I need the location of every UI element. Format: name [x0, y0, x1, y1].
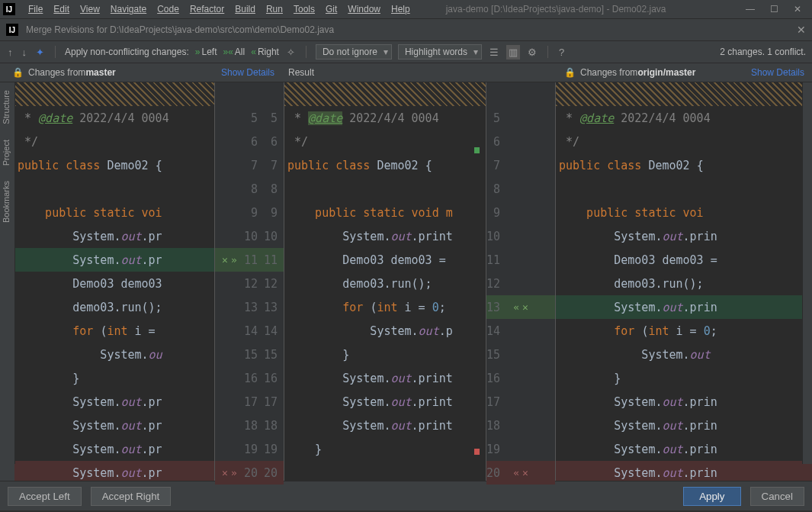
menu-file[interactable]: File — [23, 4, 48, 14]
code-line[interactable] — [284, 177, 486, 201]
code-line[interactable]: demo03.run(); — [284, 272, 486, 295]
code-line[interactable]: System.out.pr — [14, 224, 214, 248]
code-line[interactable]: for (int i = 0; — [556, 319, 812, 343]
code-line[interactable]: * @date 2022/4/4 0004 — [14, 106, 214, 130]
menu-navigate[interactable]: Navigate — [105, 4, 152, 14]
code-line[interactable]: } — [14, 366, 214, 390]
menu-build[interactable]: Build — [229, 4, 261, 14]
code-line[interactable]: System.ou — [14, 343, 214, 366]
sync-scroll-icon[interactable]: ▥ — [506, 45, 520, 60]
code-line[interactable]: */ — [284, 130, 486, 153]
menu-tools[interactable]: Tools — [288, 4, 320, 14]
code-line[interactable] — [284, 82, 486, 106]
code-line[interactable]: System.out.prin — [556, 414, 812, 437]
code-line[interactable]: System.out.p — [284, 319, 486, 343]
code-line[interactable]: * @date 2022/4/4 0004 — [284, 106, 486, 130]
code-line[interactable]: Demo03 demo03 — [14, 272, 214, 295]
apply-button[interactable]: Apply — [683, 487, 740, 506]
code-line[interactable]: public static voi — [14, 201, 214, 224]
code-line[interactable]: */ — [14, 130, 214, 153]
help-icon[interactable]: ? — [557, 47, 566, 58]
reject-icon[interactable]: ✕ — [222, 254, 228, 266]
accept-right-button[interactable]: Accept Right — [91, 487, 172, 506]
code-line[interactable]: System.out.pr — [14, 414, 214, 437]
marker-red-icon[interactable] — [474, 449, 480, 455]
code-line[interactable]: System.out.pr — [14, 248, 214, 272]
code-line[interactable]: for (int i = — [14, 319, 214, 343]
code-line[interactable] — [284, 461, 486, 481]
code-line[interactable]: System.out.pr — [14, 390, 214, 414]
code-line[interactable]: } — [284, 343, 486, 366]
center-pane[interactable]: * @date 2022/4/4 0004 */public class Dem… — [284, 82, 486, 481]
show-details-left-link[interactable]: Show Details — [221, 67, 274, 78]
code-line[interactable]: demo03.run(); — [556, 272, 812, 295]
right-pane[interactable]: * @date 2022/4/4 0004 */public class Dem… — [556, 82, 812, 481]
sidebar-project[interactable]: Project — [0, 132, 12, 173]
code-line[interactable]: */ — [556, 130, 812, 153]
settings-layout-icon[interactable]: ☰ — [488, 47, 500, 58]
code-line[interactable]: * @date 2022/4/4 0004 — [556, 106, 812, 130]
code-line[interactable]: Demo03 demo03 = — [284, 248, 486, 272]
menu-help[interactable]: Help — [386, 4, 416, 14]
menu-code[interactable]: Code — [152, 4, 185, 14]
gear-icon[interactable]: ⚙ — [526, 47, 538, 58]
code-line[interactable]: System.out.prin — [556, 295, 812, 319]
accept-icon[interactable]: » — [231, 467, 237, 478]
close-icon[interactable]: ✕ — [794, 4, 801, 14]
left-pane[interactable]: * @date 2022/4/4 0004 */public class Dem… — [14, 82, 214, 481]
accept-icon[interactable]: « — [513, 467, 519, 478]
code-line[interactable] — [556, 82, 812, 106]
magic-resolve-icon[interactable]: ✦ — [34, 47, 46, 58]
accept-icon[interactable]: » — [231, 254, 237, 266]
code-line[interactable]: } — [284, 437, 486, 461]
code-line[interactable] — [14, 177, 214, 201]
menu-view[interactable]: View — [75, 4, 105, 14]
code-line[interactable]: System.out.prin — [556, 224, 812, 248]
sidebar-structure[interactable]: Structure — [0, 82, 12, 132]
code-line[interactable] — [14, 82, 214, 106]
show-details-right-link[interactable]: Show Details — [751, 67, 804, 78]
highlight-mode-select[interactable]: Highlight words — [398, 44, 482, 60]
code-line[interactable]: System.out.prin — [556, 437, 812, 461]
code-line[interactable]: System.out — [556, 343, 812, 366]
sidebar-bookmarks[interactable]: Bookmarks — [0, 173, 12, 230]
code-line[interactable]: System.out.print — [284, 390, 486, 414]
minimize-icon[interactable]: ― — [746, 4, 755, 14]
reject-icon[interactable]: ✕ — [522, 301, 528, 313]
menu-edit[interactable]: Edit — [48, 4, 75, 14]
code-line[interactable]: System.out.prin — [556, 461, 812, 481]
code-line[interactable]: demo03.run(); — [14, 295, 214, 319]
code-line[interactable]: System.out.print — [284, 414, 486, 437]
menu-git[interactable]: Git — [320, 4, 342, 14]
code-line[interactable]: System.out.prin — [556, 390, 812, 414]
code-line[interactable]: public class Demo02 { — [284, 153, 486, 177]
code-line[interactable]: } — [556, 366, 812, 390]
menu-run[interactable]: Run — [261, 4, 288, 14]
cancel-button[interactable]: Cancel — [750, 487, 805, 506]
code-line[interactable]: System.out.print — [284, 224, 486, 248]
menu-refactor[interactable]: Refactor — [185, 4, 229, 14]
next-change-icon[interactable]: ↓ — [21, 47, 29, 58]
code-line[interactable]: System.out.pr — [14, 461, 214, 481]
code-line[interactable] — [556, 177, 812, 201]
prev-change-icon[interactable]: ↑ — [6, 47, 14, 58]
reject-icon[interactable]: ✕ — [222, 467, 228, 478]
code-line[interactable]: public static voi — [556, 201, 812, 224]
apply-left-button[interactable]: »Left — [195, 47, 217, 57]
apply-right-button[interactable]: «Right — [251, 47, 279, 57]
accept-icon[interactable]: « — [513, 301, 519, 313]
accept-left-button[interactable]: Accept Left — [8, 487, 82, 506]
ignore-mode-select[interactable]: Do not ignore — [316, 44, 392, 60]
wand-icon[interactable]: ✧ — [285, 47, 297, 58]
code-line[interactable]: System.out.pr — [14, 437, 214, 461]
marker-green-icon[interactable] — [474, 147, 480, 153]
reject-icon[interactable]: ✕ — [522, 467, 528, 478]
menu-window[interactable]: Window — [342, 4, 386, 14]
code-line[interactable]: public class Demo02 { — [556, 153, 812, 177]
code-line[interactable]: public static void m — [284, 201, 486, 224]
code-line[interactable]: Demo03 demo03 = — [556, 248, 812, 272]
code-line[interactable]: for (int i = 0; — [284, 295, 486, 319]
code-line[interactable]: public class Demo02 { — [14, 153, 214, 177]
code-line[interactable]: System.out.print — [284, 366, 486, 390]
apply-all-button[interactable]: »«All — [223, 47, 245, 57]
